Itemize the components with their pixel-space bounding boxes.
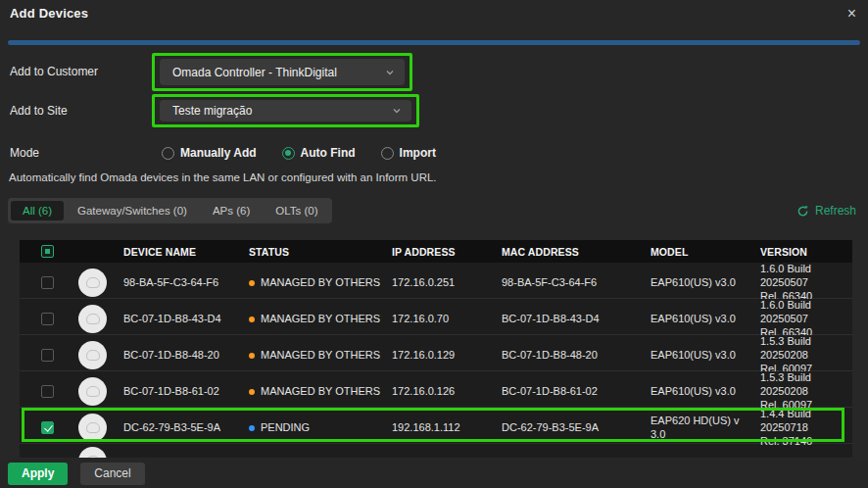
refresh-icon [796, 205, 809, 218]
select-all-cell [20, 245, 67, 258]
device-icon [78, 447, 107, 458]
device-status: MANAGED BY OTHERS [249, 313, 392, 326]
chevron-down-icon [392, 106, 402, 116]
radio-icon [162, 147, 174, 160]
status-label: MANAGED BY OTHERS [261, 276, 380, 290]
customer-annotation-box: Omada Controller - ThinkDigital [152, 53, 412, 91]
status-dot-icon [249, 317, 255, 322]
device-mac: BC-07-1D-B8-43-D4 [502, 313, 651, 326]
device-version: 1.6.0 Build 20250507Rel. 66340 [760, 299, 852, 339]
device-status: MANAGED BY OTHERS [249, 349, 392, 363]
table-row[interactable]: DC-62-79-B3-5E-9A PENDING 192.168.1.112 … [20, 408, 852, 444]
tab-olts-0-[interactable]: OLTs (0) [264, 201, 329, 220]
status-label: MANAGED BY OTHERS [261, 313, 380, 326]
modal-footer: Apply Cancel [0, 459, 868, 488]
status-label: PENDING [261, 421, 310, 435]
select-all-checkbox[interactable] [41, 245, 54, 258]
row-checkbox[interactable] [41, 349, 54, 362]
device-ip: 172.16.0.70 [392, 313, 502, 326]
customer-label: Add to Customer [10, 65, 152, 78]
table-body: 98-BA-5F-C3-64-F6 MANAGED BY OTHERS 172.… [20, 263, 852, 444]
device-icon [78, 377, 107, 406]
device-ip: 172.16.0.126 [392, 385, 502, 399]
row-checkbox[interactable] [41, 421, 54, 434]
radio-label: Auto Find [301, 146, 356, 160]
device-filter-tabs: All (6)Gateway/Switches (0)APs (6)OLTs (… [8, 198, 332, 223]
col-device-name: DEVICE NAME [123, 246, 249, 258]
table-row[interactable]: BC-07-1D-B8-43-D4 MANAGED BY OTHERS 172.… [20, 299, 852, 335]
site-annotation-box: Teste migração [152, 94, 419, 127]
device-icon [78, 414, 107, 442]
mode-radio-import[interactable]: Import [381, 146, 436, 160]
table-row[interactable]: 98-BA-5F-C3-64-F6 MANAGED BY OTHERS 172.… [20, 263, 852, 299]
device-model: EAP620 HD(US) v 3.0 [651, 415, 760, 442]
auto-find-description: Automatically find Omada devices in the … [9, 171, 437, 183]
table-row-partial[interactable] [20, 444, 852, 458]
device-name: BC-07-1D-B8-48-20 [123, 349, 249, 363]
device-name: DC-62-79-B3-5E-9A [123, 421, 249, 435]
radio-label: Import [400, 146, 436, 160]
device-mac: BC-07-1D-B8-61-02 [502, 385, 651, 399]
customer-dropdown[interactable]: Omada Controller - ThinkDigital [160, 59, 405, 85]
device-ip: 192.168.1.112 [392, 421, 502, 435]
device-icon [78, 268, 107, 297]
device-version: 1.6.0 Build 20250507Rel. 66340 [760, 263, 852, 303]
col-ip-address: IP ADDRESS [392, 246, 502, 258]
status-label: MANAGED BY OTHERS [261, 385, 380, 399]
site-dropdown[interactable]: Teste migração [160, 100, 411, 122]
table-row[interactable]: BC-07-1D-B8-48-20 MANAGED BY OTHERS 172.… [20, 335, 852, 371]
col-status: STATUS [249, 246, 392, 258]
close-icon[interactable]: × [847, 6, 856, 22]
table-row[interactable]: BC-07-1D-B8-61-02 MANAGED BY OTHERS 172.… [20, 371, 852, 408]
status-dot-icon [249, 353, 255, 359]
device-model: EAP610(US) v3.0 [651, 276, 760, 290]
row-checkbox[interactable] [41, 313, 54, 325]
row-checkbox[interactable] [41, 276, 54, 289]
device-model: EAP610(US) v3.0 [651, 385, 760, 399]
site-dropdown-value: Teste migração [172, 104, 252, 118]
mode-radio-group: Manually AddAuto FindImport [162, 146, 436, 160]
device-version: 1.5.3 Build 20250208Rel. 60097 [760, 335, 852, 375]
device-status: PENDING [249, 421, 392, 435]
device-filter-bar: All (6)Gateway/Switches (0)APs (6)OLTs (… [8, 198, 858, 223]
mode-radio-manually-add[interactable]: Manually Add [162, 146, 257, 160]
col-version: VERSION [760, 246, 852, 258]
device-icon [78, 341, 107, 369]
device-ip: 172.16.0.251 [392, 276, 502, 290]
refresh-button[interactable]: Refresh [796, 204, 856, 218]
device-mac: DC-62-79-B3-5E-9A [502, 421, 651, 435]
device-status: MANAGED BY OTHERS [249, 385, 392, 399]
device-model: EAP610(US) v3.0 [651, 349, 760, 363]
device-name: BC-07-1D-B8-43-D4 [123, 313, 249, 326]
add-devices-form: Add to Customer Omada Controller - Think… [10, 52, 858, 166]
mode-label: Mode [10, 146, 152, 160]
top-scrollbar[interactable] [8, 40, 860, 45]
device-icon [78, 305, 107, 333]
customer-dropdown-value: Omada Controller - ThinkDigital [172, 66, 337, 79]
modal-titlebar: Add Devices × [0, 0, 868, 35]
status-label: MANAGED BY OTHERS [261, 349, 380, 363]
cancel-button[interactable]: Cancel [80, 463, 144, 485]
chevron-down-icon [385, 68, 395, 77]
tab-all-6-[interactable]: All (6) [11, 201, 64, 220]
site-label: Add to Site [10, 104, 152, 118]
device-model: EAP610(US) v3.0 [651, 313, 760, 326]
col-model: MODEL [651, 246, 760, 258]
status-dot-icon [249, 389, 255, 395]
add-devices-modal: Add Devices × Add to Customer Omada Cont… [0, 0, 868, 488]
tab-aps-6-[interactable]: APs (6) [201, 201, 262, 220]
tab-gateway-switches-0-[interactable]: Gateway/Switches (0) [66, 201, 199, 220]
device-mac: BC-07-1D-B8-48-20 [502, 349, 651, 363]
devices-table: DEVICE NAME STATUS IP ADDRESS MAC ADDRES… [20, 240, 852, 458]
row-checkbox[interactable] [41, 385, 54, 398]
modal-title: Add Devices [10, 6, 88, 21]
device-name: 98-BA-5F-C3-64-F6 [123, 276, 249, 290]
apply-button[interactable]: Apply [8, 463, 68, 485]
device-mac: 98-BA-5F-C3-64-F6 [502, 276, 651, 290]
radio-label: Manually Add [180, 146, 257, 160]
mode-radio-auto-find[interactable]: Auto Find [282, 146, 356, 160]
col-mac-address: MAC ADDRESS [502, 246, 651, 258]
status-dot-icon [249, 425, 255, 431]
radio-icon [282, 147, 295, 160]
device-ip: 172.16.0.129 [392, 349, 502, 363]
